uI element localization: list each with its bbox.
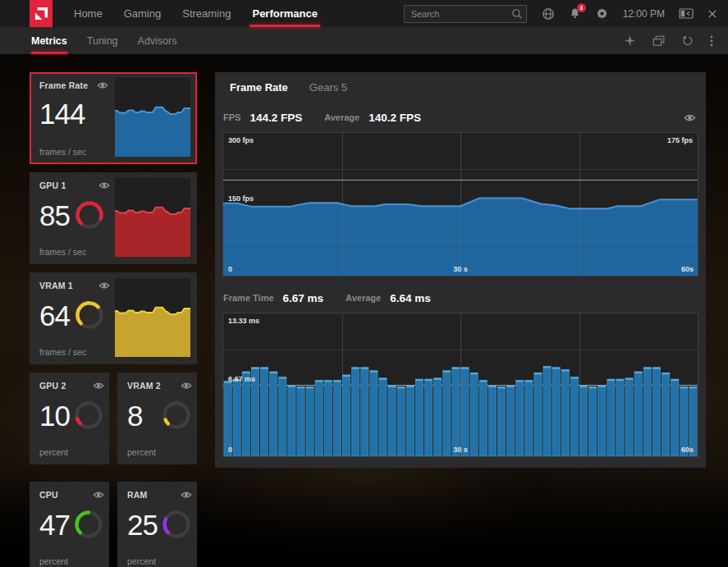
fps-marker-label: 175 fps	[667, 136, 693, 144]
metric-value: 25	[127, 510, 158, 539]
fps-average-value: 140.2 FPS	[369, 112, 421, 124]
frametime-x30-label: 30 s	[453, 446, 468, 454]
fps-summary-row: FPS 144.2 FPS Average 140.2 FPS	[215, 103, 706, 132]
fps-ymid-label: 150 fps	[228, 194, 254, 203]
reset-icon[interactable]	[681, 34, 694, 47]
frametime-x0-label: 0	[228, 446, 232, 454]
mini-chart	[115, 278, 190, 357]
amd-logo[interactable]	[30, 0, 53, 27]
gauge-ring	[74, 300, 105, 331]
gauge-ring	[161, 400, 192, 431]
metric-unit: percent	[127, 556, 156, 566]
card-vram-1[interactable]: VRAM 1 64 frames / sec	[30, 272, 197, 364]
eye-icon[interactable]	[93, 382, 104, 390]
metric-value: 47	[39, 510, 70, 539]
search-box	[404, 5, 527, 23]
tab-tuning[interactable]: Tuning	[87, 27, 118, 54]
clock: 12:00 PM	[623, 8, 665, 20]
frametime-label: Frame Time	[223, 293, 274, 303]
gear-icon[interactable]	[595, 7, 609, 21]
duplicate-icon[interactable]	[652, 35, 665, 47]
metric-value: 85	[39, 201, 70, 230]
close-icon[interactable]	[707, 9, 717, 19]
eye-icon[interactable]	[98, 181, 110, 190]
metric-card-list: Frame Rate 144 frames / sec GPU 1	[30, 72, 197, 567]
gauge-ring	[73, 400, 104, 431]
frametime-chart: 13.33 ms 6.67 ms 0 30 s 60s	[222, 313, 698, 457]
bell-icon[interactable]: 3	[569, 7, 581, 20]
detail-tab-gears-5[interactable]: Gears 5	[309, 81, 347, 94]
notification-badge: 3	[577, 3, 586, 12]
metric-detail-panel: Frame Rate Gears 5 FPS 144.2 FPS Average…	[215, 72, 706, 468]
metric-unit: percent	[127, 447, 156, 457]
frametime-average-label: Average	[346, 293, 381, 303]
search-icon	[511, 8, 523, 20]
frametime-average-value: 6.64 ms	[390, 292, 431, 304]
card-title: GPU 1	[39, 181, 66, 190]
top-bar: Home Gaming Streaming Performance	[0, 0, 728, 27]
card-vram-2[interactable]: VRAM 2 8 percent	[117, 373, 197, 464]
card-frame-rate[interactable]: Frame Rate 144 frames / sec	[30, 72, 197, 164]
main-nav: Home Gaming Streaming Performance	[74, 0, 318, 27]
card-title: RAM	[127, 490, 148, 500]
mini-chart	[115, 78, 190, 157]
metric-value: 144	[39, 99, 85, 128]
metric-unit: percent	[39, 447, 68, 457]
gauge-ring	[73, 509, 104, 540]
frametime-value: 6.67 ms	[283, 292, 324, 304]
detail-tab-frame-rate[interactable]: Frame Rate	[230, 81, 288, 94]
card-cpu[interactable]: CPU 47 percent	[30, 482, 109, 567]
card-gpu-1[interactable]: GPU 1 85 frames / sec	[30, 172, 197, 264]
metric-value: 10	[39, 401, 70, 430]
topbar-icons: 3 12:00 PM	[542, 7, 717, 21]
metric-unit: frames / sec	[39, 347, 86, 357]
fps-chart: 300 fps 175 fps 150 fps 0 30 s 60s	[222, 132, 698, 277]
frametime-x60-label: 60s	[681, 446, 694, 454]
metric-unit: percent	[39, 556, 68, 566]
metric-unit: frames / sec	[39, 147, 86, 157]
globe-icon[interactable]	[542, 7, 555, 21]
tab-metrics[interactable]: Metrics	[31, 27, 67, 54]
card-title: Frame Rate	[39, 80, 88, 90]
more-options-icon[interactable]	[710, 35, 713, 47]
nav-home[interactable]: Home	[74, 0, 103, 27]
fps-ymax-label: 300 fps	[228, 136, 254, 144]
nav-streaming[interactable]: Streaming	[182, 0, 231, 27]
fps-x30-label: 30 s	[453, 265, 468, 273]
card-gpu-2[interactable]: GPU 2 10 percent	[30, 373, 109, 464]
fps-value: 144.2 FPS	[250, 112, 302, 124]
nav-gaming[interactable]: Gaming	[124, 0, 162, 27]
radeon-software-window: Home Gaming Streaming Performance	[0, 0, 728, 567]
tab-advisors[interactable]: Advisors	[138, 27, 177, 54]
eye-icon[interactable]	[181, 382, 192, 390]
fps-x0-label: 0	[228, 265, 232, 273]
metric-unit: frames / sec	[39, 247, 86, 257]
fps-label: FPS	[223, 112, 240, 122]
eye-icon[interactable]	[93, 491, 104, 499]
sparkle-icon[interactable]	[624, 34, 636, 47]
card-title: GPU 2	[39, 381, 66, 391]
eye-icon[interactable]	[98, 281, 110, 290]
card-ram[interactable]: RAM 25 percent	[117, 482, 197, 567]
search-input[interactable]	[404, 5, 527, 23]
mini-chart	[115, 178, 190, 257]
performance-sub-bar: Metrics Tuning Advisors	[0, 27, 728, 54]
amd-arrow-icon	[34, 6, 49, 21]
eye-icon[interactable]	[181, 491, 192, 499]
subbar-icons	[624, 34, 713, 47]
metric-value: 64	[39, 301, 70, 330]
card-title: VRAM 2	[127, 381, 161, 391]
gauge-ring	[161, 509, 192, 540]
eye-icon[interactable]	[684, 113, 696, 122]
card-title: VRAM 1	[39, 281, 73, 290]
frametime-ymid-label: 6.67 ms	[228, 375, 255, 383]
gauge-ring	[74, 199, 105, 231]
eye-icon[interactable]	[97, 81, 108, 89]
detail-header: Frame Rate Gears 5	[215, 72, 706, 103]
metric-value: 8	[127, 401, 142, 430]
frametime-summary-row: Frame Time 6.67 ms Average 6.64 ms	[215, 283, 706, 313]
fps-average-label: Average	[324, 112, 359, 122]
nav-performance[interactable]: Performance	[252, 0, 317, 27]
fps-x60-label: 60s	[681, 265, 694, 273]
overlay-icon[interactable]	[679, 7, 694, 20]
